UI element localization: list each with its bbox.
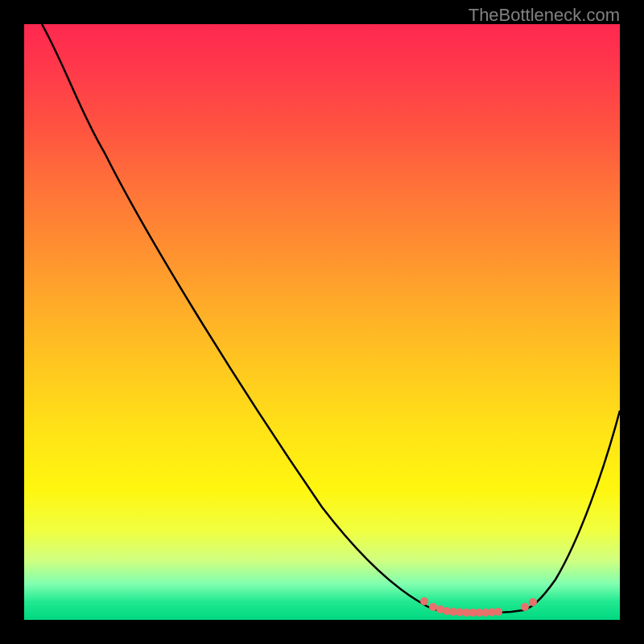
plot-area bbox=[24, 24, 620, 620]
svg-point-0 bbox=[420, 597, 428, 605]
svg-point-13 bbox=[529, 598, 537, 606]
chart-container: TheBottleneck.com bbox=[0, 0, 644, 644]
svg-point-1 bbox=[429, 603, 437, 611]
svg-point-11 bbox=[494, 608, 502, 616]
watermark-text: TheBottleneck.com bbox=[469, 5, 620, 26]
chart-svg bbox=[24, 24, 620, 620]
optimal-range-markers bbox=[420, 597, 537, 617]
bottleneck-curve bbox=[42, 24, 620, 613]
svg-point-12 bbox=[521, 603, 529, 611]
